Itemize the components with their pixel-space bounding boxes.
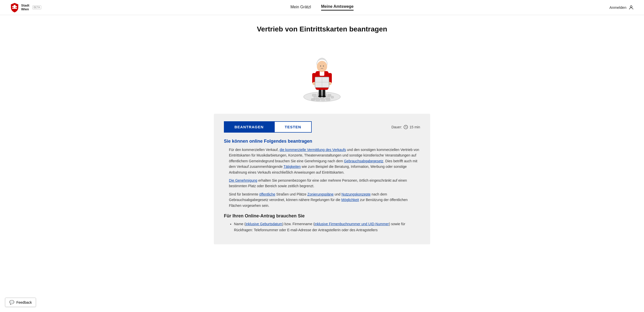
content-box: BEANTRAGEN TESTEN Dauer: 15 min Sie könn… [214,114,430,244]
svg-point-20 [318,95,322,97]
svg-rect-10 [314,96,319,99]
svg-rect-15 [321,99,325,101]
logo-line1: Stadt [21,4,29,7]
nav-mein-graetzl[interactable]: Mein Grätzl [290,5,311,10]
svg-point-31 [317,61,327,72]
nav-meine-amtswege[interactable]: Meine Amtswege [321,4,353,11]
link-taetigkeiten[interactable]: Tätigkeiten [284,165,301,169]
link-geburtsdatum[interactable]: inklusive Geburtsdatum [246,222,282,226]
duration-info: Dauer: 15 min [391,125,420,129]
link-genehmigung[interactable]: Die Genehmigung [229,178,257,182]
section1-para2: Die Genehmigung erhalten Sie personenbez… [224,178,420,189]
section2-heading: Für Ihren Online-Antrag brauchen Sie [224,213,420,219]
requirement-item-1: Name (inklusive Geburtsdatum) bzw. Firme… [234,221,420,233]
tab-testen[interactable]: TESTEN [274,121,312,133]
link-kommerzielle[interactable]: die kommerzielle Vermittlung des Verkauf… [280,148,346,152]
main-nav: Mein Grätzl Meine Amtswege [290,4,353,11]
logo-text: Stadt Wien [21,4,29,11]
tabs-row: BEANTRAGEN TESTEN Dauer: 15 min [224,121,420,133]
svg-rect-17 [331,96,334,98]
svg-rect-14 [316,99,320,101]
section1-para3: Sind für bestimmte öffentliche Straßen u… [224,191,420,208]
page-title: Vertrieb von Eintrittskarten beantragen [214,25,430,33]
svg-rect-2 [14,5,16,9]
svg-rect-9 [328,94,331,96]
svg-rect-16 [326,98,330,100]
duration-label: Dauer: [391,125,402,129]
tab-beantragen[interactable]: BEANTRAGEN [224,121,274,133]
login-label: Anmelden [609,5,626,10]
link-zonierungsplaene[interactable]: Zonierungspläne [307,192,334,196]
logo-area: Stadt Wien BETA [10,3,41,13]
link-nutzungskonzepte[interactable]: Nutzungskonzepte [341,192,371,196]
svg-point-21 [322,95,326,97]
logo-line2: Wien [21,8,29,11]
main-content: Vertrieb von Eintrittskarten beantragen [209,15,435,259]
requirements-list: Name (inklusive Geburtsdatum) bzw. Firme… [224,221,420,233]
svg-point-33 [323,65,324,66]
svg-rect-6 [312,94,316,96]
svg-point-32 [320,65,321,66]
duration-value: 15 min [410,125,420,129]
logo-shield [10,3,19,13]
link-oeffentliche[interactable]: öffentliche [259,192,275,196]
link-firmenbuchnummer[interactable]: inklusive Firmenbuchnummer und UID-Numme… [314,222,389,226]
section1-heading: Sie können online Folgendes beantragen [224,139,420,144]
hero-illustration [294,41,350,106]
link-gebrauchsabgabe[interactable]: Gebrauchsabgabegesetz [344,159,383,163]
header: Stadt Wien BETA Mein Grätzl Meine Amtswe… [0,0,644,15]
beta-badge: BETA [32,6,41,9]
svg-point-3 [630,6,632,7]
clock-icon [404,125,408,129]
section1-para1: Für den kommerziellen Verkauf, die komme… [224,147,420,175]
link-moeglichkeit[interactable]: Möglichkeit [341,198,359,202]
illustration-area [214,41,430,106]
person-icon [628,5,634,10]
login-area[interactable]: Anmelden [609,5,634,10]
svg-rect-13 [311,98,315,100]
